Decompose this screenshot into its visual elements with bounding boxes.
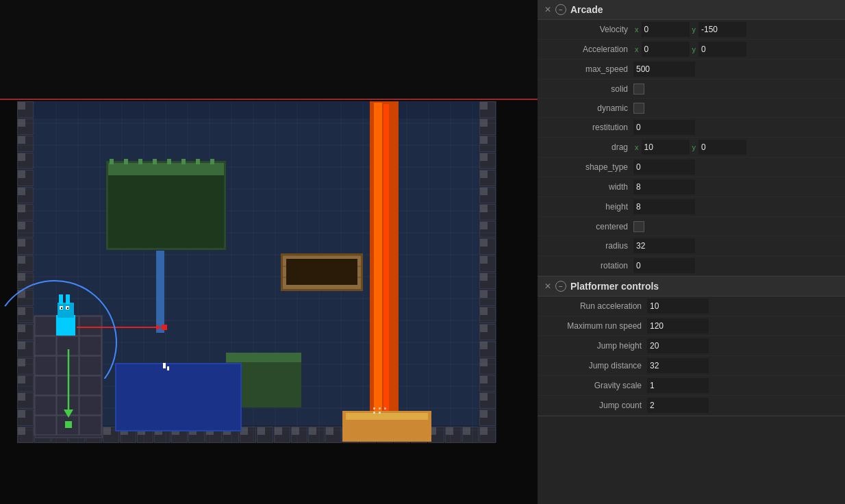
acceleration-row: Acceleration x y (538, 40, 845, 60)
restitution-row: restitution (538, 118, 845, 138)
height-row: height (538, 197, 845, 217)
width-input[interactable] (633, 179, 695, 194)
velocity-xy: x y (633, 22, 746, 37)
max-speed-label: max_speed (544, 64, 633, 74)
velocity-label: Velocity (544, 25, 633, 34)
jump-distance-row: Jump distance (538, 356, 845, 376)
centered-checkbox[interactable] (633, 221, 644, 232)
drag-label: drag (544, 142, 633, 152)
acceleration-y-input[interactable] (698, 42, 746, 57)
acceleration-x-input[interactable] (642, 42, 690, 57)
arcade-title: Arcade (570, 4, 603, 15)
run-accel-row: Run acceleration (538, 297, 845, 316)
height-label: height (544, 202, 633, 212)
platformer-section: ✕ − Platformer controls Run acceleration… (538, 277, 845, 416)
jump-height-input[interactable] (647, 338, 709, 353)
centered-label: centered (544, 222, 633, 231)
rotation-input[interactable] (633, 258, 695, 273)
shape-type-label: shape_type (544, 162, 633, 172)
drag-row: drag x y (538, 138, 845, 158)
jump-count-label: Jump count (544, 401, 647, 410)
solid-label: solid (544, 84, 633, 94)
drag-y-label: y (691, 143, 698, 151)
max-run-speed-input[interactable] (647, 318, 709, 333)
platformer-collapse-icon[interactable]: − (555, 281, 566, 292)
velocity-y-label: y (691, 25, 698, 34)
drag-x-input[interactable] (642, 140, 690, 155)
drag-y-input[interactable] (698, 140, 746, 155)
centered-row: centered (538, 217, 845, 236)
inspector-panel: ✕ − Arcade Velocity x y Acceleration x y (538, 0, 845, 504)
dynamic-checkbox[interactable] (633, 103, 644, 114)
jump-height-label: Jump height (544, 341, 647, 351)
run-accel-label: Run acceleration (544, 301, 647, 311)
max-run-speed-row: Maximum run speed (538, 316, 845, 336)
arcade-close-icon[interactable]: ✕ (544, 5, 551, 14)
jump-count-row: Jump count (538, 396, 845, 416)
accel-y-label: y (691, 45, 698, 53)
dynamic-row: dynamic (538, 99, 845, 118)
velocity-x-label: x (633, 25, 640, 34)
restitution-input[interactable] (633, 120, 695, 135)
gravity-scale-input[interactable] (647, 378, 709, 393)
velocity-y-input[interactable] (698, 22, 746, 37)
dynamic-label: dynamic (544, 103, 633, 113)
arcade-section-header[interactable]: ✕ − Arcade (538, 0, 845, 20)
platformer-close-icon[interactable]: ✕ (544, 281, 551, 291)
solid-checkbox[interactable] (633, 84, 644, 94)
drag-xy: x y (633, 140, 746, 155)
gravity-scale-row: Gravity scale (538, 376, 845, 396)
jump-count-input[interactable] (647, 398, 709, 413)
radius-row: radius (538, 236, 845, 256)
solid-row: solid (538, 79, 845, 99)
platformer-title: Platformer controls (570, 281, 659, 292)
width-label: width (544, 182, 633, 192)
acceleration-label: Acceleration (544, 45, 633, 54)
game-canvas (0, 0, 538, 504)
gravity-scale-label: Gravity scale (544, 381, 647, 390)
height-input[interactable] (633, 199, 695, 214)
rotation-label: rotation (544, 261, 633, 270)
acceleration-xy: x y (633, 42, 746, 57)
arcade-collapse-icon[interactable]: − (555, 4, 566, 15)
shape-type-row: shape_type (538, 158, 845, 177)
radius-input[interactable] (633, 238, 695, 253)
radius-label: radius (544, 241, 633, 251)
jump-distance-label: Jump distance (544, 361, 647, 370)
restitution-label: restitution (544, 123, 633, 132)
max-speed-input[interactable] (633, 62, 695, 77)
max-run-speed-label: Maximum run speed (544, 321, 647, 331)
rotation-row: rotation (538, 256, 845, 276)
game-viewport[interactable] (0, 0, 538, 504)
accel-x-label: x (633, 45, 640, 53)
arcade-section: ✕ − Arcade Velocity x y Acceleration x y (538, 0, 845, 277)
platformer-section-header[interactable]: ✕ − Platformer controls (538, 277, 845, 297)
drag-x-label: x (633, 143, 640, 151)
jump-height-row: Jump height (538, 336, 845, 356)
shape-type-input[interactable] (633, 160, 695, 175)
run-accel-input[interactable] (647, 299, 709, 314)
width-row: width (538, 177, 845, 197)
velocity-x-input[interactable] (642, 22, 690, 37)
jump-distance-input[interactable] (647, 358, 709, 373)
velocity-row: Velocity x y (538, 20, 845, 40)
max-speed-row: max_speed (538, 60, 845, 79)
